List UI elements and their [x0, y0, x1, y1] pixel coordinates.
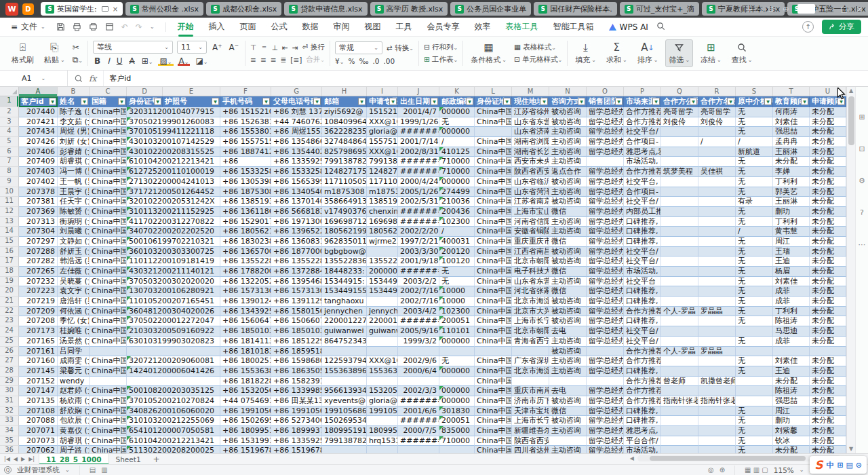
cell[interactable]: China中国: [475, 366, 512, 377]
cell[interactable]: China中国: [475, 326, 512, 337]
cell[interactable]: [736, 386, 773, 396]
cell[interactable]: China中国: [90, 197, 127, 207]
cell[interactable]: 000000: [439, 337, 475, 347]
cell[interactable]: #########: [398, 167, 439, 177]
cell[interactable]: [698, 406, 736, 417]
cell[interactable]: 无: [736, 167, 773, 177]
cell[interactable]: 未分配: [810, 127, 846, 137]
filter-dropdown-button[interactable]: ▼: [262, 98, 270, 105]
cell[interactable]: 留学总经办: [587, 256, 624, 267]
filter-dropdown-button[interactable]: ▼: [389, 98, 397, 105]
filter-dropdown-button[interactable]: ▼: [466, 98, 473, 105]
cell[interactable]: 无: [736, 337, 773, 347]
cell[interactable]: +86 15332585: [220, 167, 271, 177]
cell[interactable]: 上海市宝山: [512, 207, 549, 217]
cell[interactable]: 207135: [19, 396, 58, 406]
cell[interactable]: 北京市朝阳: [512, 326, 549, 337]
cell[interactable]: 留学总经办: [587, 207, 624, 217]
cell[interactable]: 杨欣雨 (女: [58, 396, 90, 406]
cell[interactable]: 962835011: [322, 237, 367, 247]
cell[interactable]: 未分配: [810, 436, 846, 446]
column-header-D[interactable]: 身份证号▼: [127, 96, 163, 107]
cell[interactable]: 黄韦慧: [773, 227, 810, 237]
row-number[interactable]: 32: [0, 406, 19, 417]
cell[interactable]: 825798695: [322, 147, 367, 157]
cell[interactable]: China中国: [475, 157, 512, 167]
cell[interactable]: 山东省东营: [512, 117, 549, 128]
cell[interactable]: China中国: [475, 446, 512, 453]
cell[interactable]: 合作方推荐: [624, 396, 661, 406]
cell[interactable]: 市场活动,: [624, 267, 661, 277]
filter-dropdown-button[interactable]: ▼: [81, 98, 88, 105]
cell[interactable]: [661, 187, 698, 197]
cell[interactable]: 2001/6/6: [398, 406, 439, 417]
cell[interactable]: 370105199411221118: [127, 127, 220, 137]
cell[interactable]: 指南针张老师: [698, 396, 736, 406]
filter-dropdown-button[interactable]: ▼: [727, 98, 734, 105]
cell[interactable]: [661, 286, 698, 297]
cell[interactable]: China中国: [90, 307, 127, 317]
cell[interactable]: [698, 426, 736, 436]
cell[interactable]: 无: [736, 107, 773, 117]
cell[interactable]: /: [736, 227, 773, 237]
cell[interactable]: 无: [736, 416, 773, 426]
cell[interactable]: [512, 347, 549, 357]
cell[interactable]: China中国: [90, 227, 127, 237]
hscroll-left-arrow[interactable]: ◀: [630, 455, 634, 461]
column-header-G[interactable]: 父母电话号码▼: [271, 96, 322, 107]
borders-button[interactable]: ⊞⌄: [140, 56, 155, 66]
cell[interactable]: 无: [736, 316, 773, 326]
cell[interactable]: China中国: [475, 197, 512, 207]
cell[interactable]: +86 15731301: [220, 286, 271, 297]
column-letter-S[interactable]: S: [736, 87, 773, 96]
row-number[interactable]: 28: [0, 366, 19, 377]
cell[interactable]: 1999/1/26: [398, 117, 439, 128]
cell[interactable]: China中国: [475, 286, 512, 297]
cell[interactable]: 200436: [439, 207, 475, 217]
column-header-F[interactable]: 手机号码▼: [220, 96, 271, 107]
cell[interactable]: 370503200302020020: [127, 277, 220, 287]
row-number[interactable]: 30: [0, 386, 19, 396]
cell[interactable]: +86 15606475: [220, 316, 271, 326]
cell[interactable]: 韩浩远 (男: [58, 256, 90, 267]
font-color-button[interactable]: A⌄: [178, 56, 191, 66]
cell[interactable]: 无: [736, 286, 773, 297]
cell[interactable]: China中国: [475, 337, 512, 347]
cell[interactable]: 无: [736, 157, 773, 167]
cell[interactable]: 200051: [439, 316, 475, 326]
cell[interactable]: 130703200106280921: [127, 286, 220, 297]
cell[interactable]: /: [439, 137, 475, 147]
cell[interactable]: 留学总经办: [587, 237, 624, 247]
bold-button[interactable]: B: [93, 56, 102, 66]
cell[interactable]: #########: [398, 396, 439, 406]
cell[interactable]: [661, 326, 698, 337]
cell[interactable]: 310103200212255069: [127, 416, 220, 426]
column-letter-Q[interactable]: Q: [661, 87, 698, 96]
cell[interactable]: [698, 446, 736, 453]
cell[interactable]: +86 刘慧 137052: [271, 107, 322, 117]
cell[interactable]: 200000@qq: [367, 267, 398, 277]
tab-close-icon[interactable]: ×: [113, 5, 118, 13]
cell[interactable]: 湖南省浏阳: [512, 137, 549, 147]
cell[interactable]: 雅思考点,: [624, 426, 661, 436]
cell[interactable]: China中国: [90, 157, 127, 167]
cell[interactable]: 400031: [439, 237, 475, 247]
menu-item-数据[interactable]: 数据: [295, 18, 326, 35]
cell[interactable]: 合作方推荐: [624, 307, 661, 317]
cell[interactable]: 天津市宝坻: [512, 406, 549, 417]
tab-list-caret-icon[interactable]: ⌄: [758, 5, 764, 12]
cell[interactable]: 207265: [19, 267, 58, 277]
cell[interactable]: +86 13611860: [220, 207, 271, 217]
cell[interactable]: 411702200312270822: [127, 217, 220, 227]
cell[interactable]: +86 1859518772: [271, 347, 322, 357]
cell[interactable]: 被动咨询: [549, 297, 587, 307]
cell[interactable]: 153205635: [367, 386, 398, 396]
cell[interactable]: [398, 377, 439, 387]
filter-dropdown-button[interactable]: ▼: [615, 98, 623, 105]
document-tab[interactable]: S高学历 教授.xlsx: [370, 2, 448, 16]
cell[interactable]: 山东省东营: [512, 277, 549, 287]
cell[interactable]: [475, 347, 512, 357]
cell[interactable]: [698, 227, 736, 237]
cell[interactable]: 留学总经办: [587, 307, 624, 317]
cell[interactable]: 吴佳祺: [698, 167, 736, 177]
